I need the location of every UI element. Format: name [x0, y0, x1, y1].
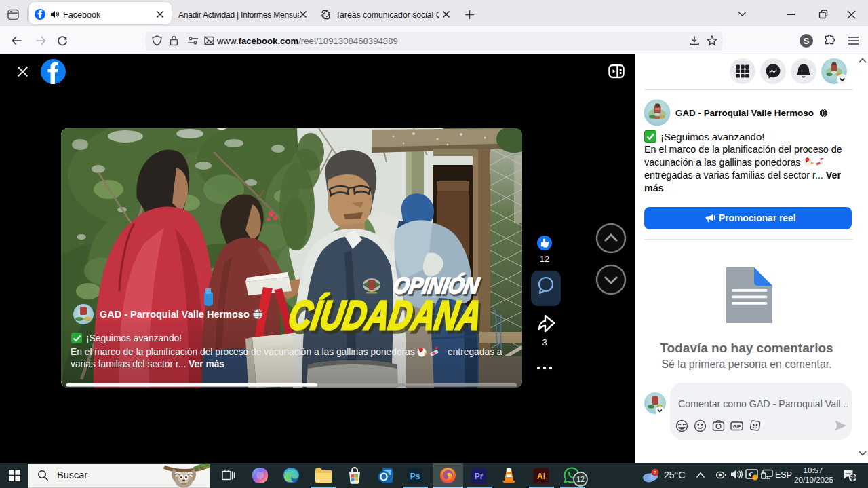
- svg-text:CÍUDADANA: CÍUDADANA: [285, 293, 485, 338]
- svg-text:S: S: [804, 36, 810, 46]
- svg-text:Pr: Pr: [475, 472, 484, 481]
- svg-text:¡Seguimos avanzando!: ¡Seguimos avanzando!: [86, 333, 182, 343]
- svg-text:GIF: GIF: [733, 424, 741, 429]
- svg-text:12: 12: [540, 254, 549, 264]
- svg-text:Ps: Ps: [410, 472, 420, 481]
- svg-text:entregadas a: entregadas a: [448, 347, 502, 357]
- svg-text:varias familias del sector r..: varias familias del sector r... Ver más: [71, 359, 224, 369]
- svg-text:12: 12: [576, 475, 585, 483]
- svg-text:3: 3: [542, 337, 547, 348]
- svg-text:21: 21: [850, 475, 856, 481]
- svg-text:En el marco de la planificació: En el marco de la planificación del proc…: [71, 347, 415, 357]
- svg-text:Ai: Ai: [537, 472, 545, 481]
- svg-text:GAD - Parroquial Valle Hermoso: GAD - Parroquial Valle Hermoso: [100, 309, 250, 320]
- svg-text:2: 2: [654, 470, 657, 476]
